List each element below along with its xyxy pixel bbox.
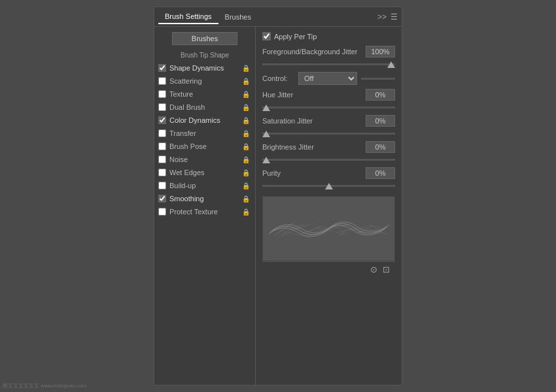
brightness-jitter-label: Brightness Jitter (262, 143, 314, 151)
label-scattering: Scattering (169, 77, 242, 85)
lock-icon-wet-edges: 🔒 (242, 169, 250, 176)
apply-per-tip-label: Apply Per Tip (274, 33, 317, 41)
lock-icon-smoothing: 🔒 (242, 195, 250, 203)
fg-bg-jitter-value[interactable] (366, 46, 395, 57)
right-panel: Apply Per Tip Foreground/Background Jitt… (256, 27, 402, 385)
lock-icon-transfer: 🔒 (242, 130, 250, 137)
tab-brush-settings[interactable]: Brush Settings (158, 10, 218, 24)
checkbox-transfer[interactable] (158, 129, 166, 137)
menu-item-texture[interactable]: Texture 🔒 (154, 88, 255, 101)
lock-icon-dual-brush: 🔒 (242, 104, 250, 111)
menu-item-brush-pose[interactable]: Brush Pose 🔒 (154, 140, 255, 153)
brush-preview-svg (263, 197, 394, 261)
control-mini-track (361, 78, 395, 80)
brightness-jitter-header: Brightness Jitter (262, 141, 395, 153)
menu-item-scattering[interactable]: Scattering 🔒 (154, 74, 255, 88)
bottom-toolbar: ⊙ ⊡ (262, 261, 395, 277)
checkbox-dual-brush[interactable] (158, 103, 166, 111)
apply-per-tip-row: Apply Per Tip (262, 32, 395, 41)
menu-item-wet-edges[interactable]: Wet Edges 🔒 (154, 166, 255, 179)
lock-icon-noise: 🔒 (242, 156, 250, 163)
label-smoothing: Smoothing (169, 195, 242, 203)
menu-item-color-dynamics[interactable]: Color Dynamics 🔒 (154, 114, 255, 127)
fg-bg-jitter-slider-container (262, 59, 395, 68)
checkbox-wet-edges[interactable] (158, 169, 166, 176)
checkbox-scattering[interactable] (158, 77, 166, 85)
hue-jitter-row: Hue Jitter (262, 89, 395, 111)
control-label: Control: (262, 74, 298, 82)
tab-icons: >> ☰ (377, 12, 398, 22)
label-shape-dynamics: Shape Dynamics (169, 64, 242, 72)
hue-jitter-value[interactable] (366, 89, 395, 101)
main-container: Brush Settings Brushes >> ☰ Brushes Brus… (0, 0, 556, 392)
lock-icon-buildup: 🔒 (242, 182, 250, 189)
label-texture: Texture (169, 90, 242, 98)
apply-per-tip-checkbox[interactable] (262, 32, 271, 41)
tab-brushes[interactable]: Brushes (218, 10, 258, 24)
lock-icon-protect-texture: 🔒 (242, 208, 250, 216)
label-noise: Noise (169, 155, 242, 163)
fg-bg-jitter-row: Foreground/Background Jitter (262, 46, 395, 68)
brightness-jitter-value[interactable] (366, 141, 395, 153)
saturation-jitter-row: Saturation Jitter (262, 115, 395, 137)
fg-bg-jitter-header: Foreground/Background Jitter (262, 46, 395, 57)
menu-item-buildup[interactable]: Build-up 🔒 (154, 179, 255, 192)
checkbox-color-dynamics[interactable] (158, 116, 166, 124)
checkbox-protect-texture[interactable] (158, 208, 166, 216)
checkbox-brush-pose[interactable] (158, 142, 166, 150)
menu-item-noise[interactable]: Noise 🔒 (154, 153, 255, 166)
panel-body: Brushes Brush Tip Shape Shape Dynamics 🔒… (154, 27, 402, 385)
brushes-button[interactable]: Brushes (172, 32, 237, 45)
fg-bg-jitter-slider[interactable] (262, 63, 395, 65)
hue-jitter-slider[interactable] (262, 106, 395, 108)
lock-icon-shape-dynamics: 🔒 (242, 65, 250, 72)
brightness-jitter-slider[interactable] (262, 159, 395, 161)
purity-slider[interactable] (262, 185, 395, 187)
menu-icon[interactable]: ☰ (391, 12, 398, 22)
checkbox-noise[interactable] (158, 155, 166, 163)
fg-bg-jitter-label: Foreground/Background Jitter (262, 48, 358, 56)
label-color-dynamics: Color Dynamics (169, 116, 242, 124)
label-protect-texture: Protect Texture (169, 208, 242, 216)
purity-value[interactable] (366, 167, 395, 179)
lock-icon-texture: 🔒 (242, 91, 250, 98)
purity-row: Purity (262, 167, 395, 189)
label-dual-brush: Dual Brush (169, 103, 242, 111)
hue-jitter-label: Hue Jitter (262, 91, 293, 99)
checkbox-smoothing[interactable] (158, 195, 166, 203)
menu-item-transfer[interactable]: Transfer 🔒 (154, 127, 255, 140)
hue-jitter-slider-container (262, 102, 395, 111)
brush-tip-shape-header: Brush Tip Shape (154, 52, 255, 59)
lock-icon-scattering: 🔒 (242, 78, 250, 85)
lock-icon-brush-pose: 🔒 (242, 143, 250, 150)
menu-item-protect-texture[interactable]: Protect Texture 🔒 (154, 205, 255, 218)
checkbox-buildup[interactable] (158, 182, 166, 189)
menu-item-shape-dynamics[interactable]: Shape Dynamics 🔒 (154, 61, 255, 74)
checkbox-shape-dynamics[interactable] (158, 64, 166, 72)
menu-item-smoothing[interactable]: Smoothing 🔒 (154, 192, 255, 205)
saturation-jitter-value[interactable] (366, 115, 395, 127)
purity-slider-container (262, 180, 395, 189)
brush-preview (262, 196, 395, 261)
checkbox-texture[interactable] (158, 90, 166, 98)
panel: Brush Settings Brushes >> ☰ Brushes Brus… (154, 7, 402, 385)
control-row: Control: Off Fade Pen Pressure Pen Tilt … (262, 72, 395, 85)
brightness-jitter-slider-container (262, 154, 395, 163)
label-wet-edges: Wet Edges (169, 169, 242, 176)
saturation-jitter-label: Saturation Jitter (262, 117, 313, 125)
lock-icon-color-dynamics: 🔒 (242, 117, 250, 124)
saturation-jitter-slider[interactable] (262, 133, 395, 135)
left-panel: Brushes Brush Tip Shape Shape Dynamics 🔒… (154, 27, 256, 385)
eye-icon[interactable]: ⊙ (370, 265, 377, 274)
purity-label: Purity (262, 169, 281, 177)
control-select[interactable]: Off Fade Pen Pressure Pen Tilt Stylus Wh… (298, 72, 357, 85)
saturation-jitter-slider-container (262, 128, 395, 137)
label-brush-pose: Brush Pose (169, 142, 242, 150)
new-brush-icon[interactable]: ⊡ (383, 265, 390, 274)
hue-jitter-header: Hue Jitter (262, 89, 395, 101)
label-transfer: Transfer (169, 129, 242, 137)
watermark: 图互互互互互互 www.missyuan.com (3, 382, 86, 389)
panel-tabs: Brush Settings Brushes >> ☰ (154, 7, 402, 27)
menu-item-dual-brush[interactable]: Dual Brush 🔒 (154, 101, 255, 114)
forward-icon[interactable]: >> (377, 12, 387, 22)
